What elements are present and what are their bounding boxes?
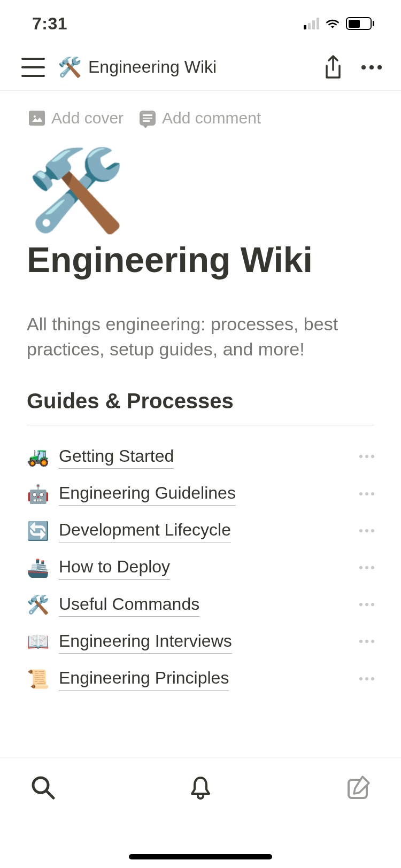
cellular-signal-icon	[304, 18, 319, 29]
more-button[interactable]	[361, 65, 382, 69]
scroll-icon: 📜	[27, 668, 48, 689]
list-item-label: Getting Started	[59, 445, 174, 469]
list-item-label: Engineering Interviews	[59, 630, 232, 654]
status-indicators	[304, 17, 374, 30]
item-more-button[interactable]	[359, 640, 374, 643]
item-more-button[interactable]	[359, 603, 374, 606]
svg-point-0	[34, 115, 36, 118]
top-nav: 🛠️ Engineering Wiki	[0, 47, 401, 91]
list-item[interactable]: 🚜 Getting Started	[27, 438, 374, 475]
list-item[interactable]: 📖 Engineering Interviews	[27, 623, 374, 660]
breadcrumb[interactable]: 🛠️ Engineering Wiki	[58, 57, 310, 77]
breadcrumb-title: Engineering Wiki	[88, 57, 217, 77]
list-item[interactable]: 🚢 How to Deploy	[27, 549, 374, 586]
status-bar: 7:31	[0, 0, 401, 47]
list-item[interactable]: 📜 Engineering Principles	[27, 660, 374, 697]
nav-actions	[323, 55, 382, 80]
divider	[27, 425, 374, 425]
tractor-icon: 🚜	[27, 446, 48, 467]
item-more-button[interactable]	[359, 492, 374, 495]
notifications-button[interactable]	[188, 774, 213, 800]
open-book-icon: 📖	[27, 631, 48, 652]
share-button[interactable]	[323, 55, 343, 80]
item-more-button[interactable]	[359, 566, 374, 569]
item-more-button[interactable]	[359, 677, 374, 680]
robot-icon: 🤖	[27, 483, 48, 505]
comment-icon	[140, 111, 156, 126]
list-item-label: Useful Commands	[59, 593, 199, 617]
list-item[interactable]: 🛠️ Useful Commands	[27, 586, 374, 623]
list-item-label: How to Deploy	[59, 555, 170, 579]
add-comment-label: Add comment	[162, 109, 261, 127]
page-title[interactable]: Engineering Wiki	[27, 241, 374, 280]
list-item[interactable]: 🤖 Engineering Guidelines	[27, 475, 374, 512]
page-content: Add cover Add comment 🛠️ Engineering Wik…	[0, 91, 401, 708]
wifi-icon	[325, 18, 341, 29]
add-cover-label: Add cover	[51, 109, 124, 127]
page-list: 🚜 Getting Started 🤖 Engineering Guidelin…	[27, 438, 374, 697]
list-item-label: Development Lifecycle	[59, 518, 231, 542]
battery-icon	[346, 17, 374, 30]
tools-icon: 🛠️	[27, 594, 48, 615]
home-indicator[interactable]	[129, 854, 272, 859]
section-heading[interactable]: Guides & Processes	[27, 389, 374, 413]
add-cover-button[interactable]: Add cover	[29, 109, 124, 127]
image-icon	[29, 111, 45, 126]
menu-button[interactable]	[21, 58, 45, 77]
search-button[interactable]	[30, 774, 56, 800]
page-icon[interactable]: 🛠️	[27, 151, 374, 230]
add-comment-button[interactable]: Add comment	[140, 109, 261, 127]
item-more-button[interactable]	[359, 529, 374, 532]
arrows-cycle-icon: 🔄	[27, 520, 48, 541]
status-time: 7:31	[32, 14, 67, 34]
list-item[interactable]: 🔄 Development Lifecycle	[27, 512, 374, 549]
item-more-button[interactable]	[359, 455, 374, 458]
ship-icon: 🚢	[27, 557, 48, 578]
svg-line-2	[47, 791, 53, 798]
list-item-label: Engineering Guidelines	[59, 482, 236, 506]
list-item-label: Engineering Principles	[59, 666, 229, 691]
breadcrumb-page-icon: 🛠️	[58, 58, 82, 77]
bottom-bar	[0, 757, 401, 868]
compose-button[interactable]	[345, 774, 371, 800]
page-description[interactable]: All things engineering: processes, best …	[27, 312, 374, 362]
page-action-row: Add cover Add comment	[27, 107, 374, 151]
